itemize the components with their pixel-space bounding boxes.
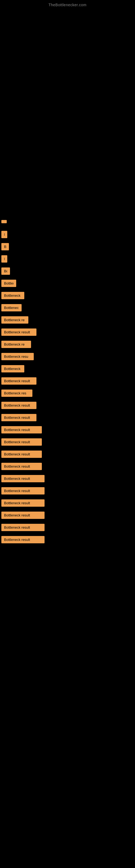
bottleneck-item-5[interactable]: Bo [1, 268, 10, 275]
bottleneck-label-3: Bo [4, 245, 6, 249]
bottleneck-item-26[interactable]: Bottleneck result [1, 524, 45, 531]
bottleneck-item-2[interactable]: B [1, 231, 7, 238]
bottleneck-label-21: Bottleneck result [4, 464, 39, 468]
bottleneck-label-15: Bottleneck res [4, 391, 30, 395]
bottleneck-item-10[interactable]: Bottleneck result [1, 329, 37, 336]
bottleneck-label-27: Bottleneck result [4, 538, 42, 542]
items-container: BBoBBoBottlenBottleneck rBottleneckBottl… [0, 8, 135, 546]
bottleneck-item-6[interactable]: Bottlen [1, 280, 16, 287]
site-title: TheBottlenecker.com [0, 0, 135, 8]
bottleneck-item-13[interactable]: Bottleneck [1, 365, 24, 372]
bottleneck-item-21[interactable]: Bottleneck result [1, 463, 42, 470]
bottleneck-label-4: B [4, 257, 5, 261]
bottleneck-item-25[interactable]: Bottleneck result [1, 512, 45, 519]
bottleneck-label-24: Bottleneck result [4, 501, 42, 505]
bottleneck-label-25: Bottleneck result [4, 513, 42, 517]
bottleneck-item-8[interactable]: Bottleneck [1, 304, 21, 311]
bottleneck-label-16: Bottleneck result [4, 403, 34, 407]
bottleneck-item-7[interactable]: Bottleneck r [1, 292, 24, 299]
bottleneck-label-7: Bottleneck r [4, 293, 21, 298]
bottleneck-label-13: Bottleneck [4, 367, 21, 371]
bottleneck-label-2: B [4, 232, 5, 237]
bottleneck-item-22[interactable]: Bottleneck result [1, 475, 45, 482]
bottleneck-label-20: Bottleneck result [4, 452, 39, 456]
bottleneck-item-14[interactable]: Bottleneck result [1, 377, 37, 384]
bottleneck-item-3[interactable]: Bo [1, 243, 9, 250]
bottleneck-label-23: Bottleneck result [4, 489, 42, 493]
bottleneck-label-5: Bo [4, 269, 7, 273]
bottleneck-item-12[interactable]: Bottleneck resu [1, 353, 34, 360]
bottleneck-item-24[interactable]: Bottleneck result [1, 499, 45, 507]
bottleneck-label-11: Bottleneck re [4, 342, 28, 346]
bottleneck-label-17: Bottleneck result [4, 415, 34, 420]
bottleneck-item-17[interactable]: Bottleneck result [1, 414, 37, 421]
bottleneck-item-15[interactable]: Bottleneck res [1, 390, 32, 397]
bottleneck-label-12: Bottleneck resu [4, 354, 31, 359]
bottleneck-label-18: Bottleneck result [4, 428, 39, 432]
bottleneck-label-14: Bottleneck result [4, 379, 34, 383]
bottleneck-item-27[interactable]: Bottleneck result [1, 536, 45, 543]
bottleneck-item-16[interactable]: Bottleneck result [1, 402, 37, 409]
bottleneck-item-23[interactable]: Bottleneck result [1, 487, 45, 495]
bottleneck-label-22: Bottleneck result [4, 476, 42, 480]
bottleneck-item-9[interactable]: Bottleneck re [1, 316, 28, 323]
bottleneck-item-19[interactable]: Bottleneck result [1, 438, 42, 446]
bottleneck-label-8: Bottleneck [4, 306, 19, 310]
bottleneck-label-9: Bottleneck re [4, 318, 26, 322]
bottleneck-item-1[interactable] [1, 220, 7, 223]
bottleneck-label-10: Bottleneck result [4, 330, 34, 334]
bottleneck-item-20[interactable]: Bottleneck result [1, 451, 42, 458]
bottleneck-label-26: Bottleneck result [4, 525, 42, 529]
bottleneck-label-19: Bottleneck result [4, 440, 39, 444]
bottleneck-label-6: Bottlen [4, 281, 13, 285]
bottleneck-item-11[interactable]: Bottleneck re [1, 341, 31, 348]
bottleneck-item-4[interactable]: B [1, 255, 7, 262]
bottleneck-item-18[interactable]: Bottleneck result [1, 426, 42, 433]
